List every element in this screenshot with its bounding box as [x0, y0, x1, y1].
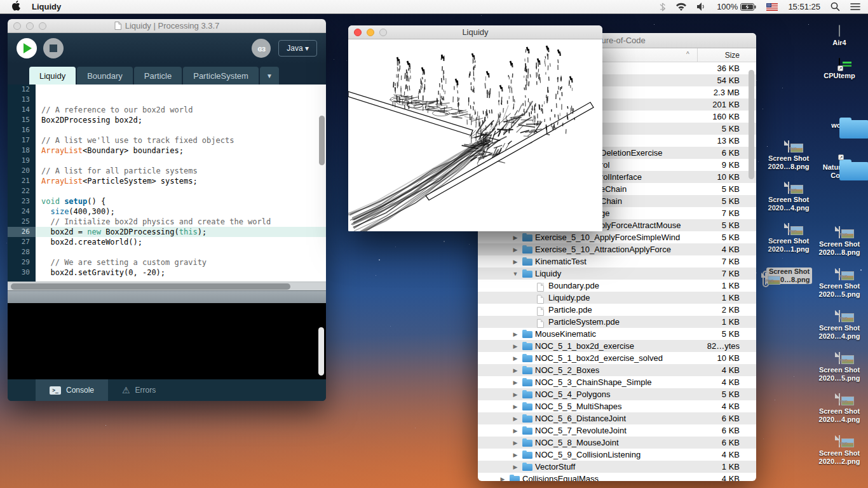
file-row[interactable]: ▶NOC_5_4_Polygons5 KB: [478, 388, 756, 400]
code-line[interactable]: Box2DProcessing box2d;: [36, 115, 326, 125]
disclosure-collapsed-icon[interactable]: ▶: [512, 259, 519, 265]
file-row[interactable]: Boundary.pde1 KB: [478, 280, 756, 292]
disclosure-collapsed-icon[interactable]: ▶: [512, 367, 519, 374]
mode-selector-java[interactable]: Java ▾: [278, 40, 317, 57]
zoom-button[interactable]: [379, 29, 387, 36]
disclosure-expanded-icon[interactable]: ▼: [512, 271, 519, 277]
stop-button[interactable]: [43, 38, 64, 58]
code-line[interactable]: // We are setting a custom gravity: [36, 257, 326, 268]
disclosure-collapsed-icon[interactable]: ▶: [512, 234, 519, 241]
desktop-icon-air4[interactable]: Air4: [809, 25, 868, 47]
code-line[interactable]: [36, 156, 326, 166]
file-row[interactable]: ▶KinematicTest7 KB: [478, 255, 756, 268]
zoom-button[interactable]: [39, 22, 46, 30]
disclosure-collapsed-icon[interactable]: ▶: [512, 428, 519, 434]
disclosure-collapsed-icon[interactable]: ▶: [499, 476, 506, 482]
console-scrollbar[interactable]: [318, 327, 324, 376]
code-line[interactable]: box2d = new Box2DProcessing(this);: [36, 227, 326, 237]
code-line[interactable]: // A list for all particle systems: [36, 166, 326, 176]
spotlight-search-icon[interactable]: [831, 2, 840, 11]
file-row[interactable]: ▶Exercise_5_10_ApplyForceSimpleWind5 KB: [478, 231, 756, 243]
code-line[interactable]: [36, 125, 326, 135]
sort-ascending-indicator[interactable]: ^: [686, 51, 689, 58]
file-row[interactable]: ▶VectorStuff1 KB: [478, 461, 756, 473]
finder-scrollbar[interactable]: [749, 70, 754, 179]
code-line[interactable]: box2d.createWorld();: [36, 237, 326, 247]
tab-liquidy[interactable]: Liquidy: [29, 67, 76, 85]
code-line[interactable]: [36, 247, 326, 257]
file-row[interactable]: ▶NOC_5_6_DistanceJoint6 KB: [478, 412, 756, 424]
tab-particlesystem[interactable]: ParticleSystem: [183, 67, 259, 85]
close-button[interactable]: [13, 22, 21, 30]
code-editor[interactable]: 12131415161718192021222324252627282930 /…: [8, 85, 326, 281]
menu-clock[interactable]: 15:51:25: [788, 2, 820, 11]
desktop-icon-screen-shot2020-4-png[interactable]: PNGScreen Shot2020…4.png: [758, 182, 819, 212]
disclosure-collapsed-icon[interactable]: ▶: [512, 464, 519, 470]
code-line[interactable]: ArrayList<ParticleSystem> systems;: [36, 176, 326, 186]
file-row[interactable]: ▶NOC_5_5_MultiShapes4 KB: [478, 400, 756, 412]
input-language-flag-icon[interactable]: [766, 3, 778, 11]
menu-app-name[interactable]: Liquidy: [32, 2, 61, 11]
tab-errors[interactable]: ⚠ Errors: [108, 379, 170, 401]
code-line[interactable]: // A list we'll use to track fixed objec…: [36, 135, 326, 146]
file-row[interactable]: ▶CollisionsEqualMass4 KB: [478, 473, 756, 481]
size-column-header[interactable]: Size: [725, 51, 740, 60]
disclosure-collapsed-icon[interactable]: ▶: [512, 331, 519, 337]
file-row[interactable]: ParticleSystem.pde1 KB: [478, 316, 756, 328]
file-row[interactable]: Liquidy.pde1 KB: [478, 292, 756, 304]
desktop-icon-screen-shot2020-8-png[interactable]: PNGScreen Shot2020…8.png: [758, 141, 819, 171]
code-line[interactable]: ArrayList<Boundary> boundaries;: [36, 146, 326, 156]
desktop-icon-screen-shot2020-4-png[interactable]: PNGScreen Shot2020…4.png: [809, 394, 868, 424]
file-row[interactable]: ▶NOC_5_9_CollisionListening4 KB: [478, 449, 756, 461]
code-line[interactable]: void setup() {: [36, 196, 326, 207]
sketch-drawing[interactable]: [348, 39, 602, 231]
minimize-button[interactable]: [26, 22, 34, 30]
desktop-icon-screen-shot2020-2-png[interactable]: PNGScreen Shot2020…2.png: [809, 436, 868, 466]
tab-particle[interactable]: Particle: [134, 67, 182, 85]
file-row[interactable]: ▶MouseKinematic5 KB: [478, 328, 756, 340]
column-divider[interactable]: [697, 48, 698, 62]
desktop-icon-cputemp[interactable]: ↗CPUtemp: [809, 58, 868, 80]
file-row[interactable]: ▶NOC_5_3_ChainShape_Simple4 KB: [478, 376, 756, 388]
code-area[interactable]: // A reference to our box2d worldBox2DPr…: [36, 85, 326, 281]
desktop-icon-screen-shot2020-8-png[interactable]: PNGScreen Shot2020…8.png: [758, 266, 819, 285]
hscroll-thumb[interactable]: [11, 283, 290, 290]
disclosure-collapsed-icon[interactable]: ▶: [512, 440, 519, 446]
file-row[interactable]: ▶NOC_5_7_RevoluteJoint6 KB: [478, 424, 756, 437]
file-row[interactable]: ▶NOC_5_1_box2d_exercise_solved10 KB: [478, 352, 756, 364]
disclosure-collapsed-icon[interactable]: ▶: [512, 379, 519, 386]
file-row[interactable]: ▶NOC_5_8_MouseJoint6 KB: [478, 437, 756, 449]
disclosure-collapsed-icon[interactable]: ▶: [512, 452, 519, 458]
code-line[interactable]: [36, 95, 326, 105]
debug-button[interactable]: ɞɜ: [252, 39, 271, 58]
code-line[interactable]: // A reference to our box2d world: [36, 105, 326, 115]
editor-vertical-scrollbar[interactable]: [319, 116, 325, 165]
run-button[interactable]: [17, 38, 37, 58]
volume-icon[interactable]: [697, 3, 707, 11]
sketch-title-bar[interactable]: Liquidy: [348, 25, 602, 39]
disclosure-collapsed-icon[interactable]: ▶: [512, 355, 519, 362]
desktop-icon-screen-shot2020-4-png[interactable]: PNGScreen Shot2020…4.png: [809, 311, 868, 341]
code-line[interactable]: size(400,300);: [36, 207, 326, 217]
code-line[interactable]: [36, 85, 326, 95]
battery-status[interactable]: 100%: [717, 2, 756, 11]
minimize-button[interactable]: [367, 29, 374, 36]
tab-overflow-menu[interactable]: ▼: [260, 67, 279, 85]
console-output[interactable]: [8, 303, 326, 379]
file-row[interactable]: ▼Liquidy7 KB: [478, 268, 756, 280]
code-line[interactable]: box2d.setGravity(0, -20);: [36, 268, 326, 278]
code-line[interactable]: // Initialize box2d physics and create t…: [36, 217, 326, 227]
notification-center-icon[interactable]: [850, 3, 860, 11]
disclosure-collapsed-icon[interactable]: ▶: [512, 416, 519, 422]
file-row[interactable]: ▶Exercise_5_10_AttractionApplyForce4 KB: [478, 243, 756, 255]
console-splitter[interactable]: [8, 290, 326, 303]
file-row[interactable]: Particle.pde2 KB: [478, 304, 756, 316]
close-button[interactable]: [354, 29, 362, 36]
disclosure-collapsed-icon[interactable]: ▶: [512, 403, 519, 410]
apple-menu-icon[interactable]: [11, 1, 20, 13]
disclosure-collapsed-icon[interactable]: ▶: [512, 247, 519, 253]
wifi-icon[interactable]: [675, 3, 687, 11]
desktop-icon-screen-shot2020-5-png[interactable]: PNGScreen Shot2020…5.png: [809, 353, 868, 383]
disclosure-collapsed-icon[interactable]: ▶: [512, 343, 519, 349]
file-row[interactable]: ▶NOC_5_1_box2d_exercise82…ytes: [478, 340, 756, 352]
